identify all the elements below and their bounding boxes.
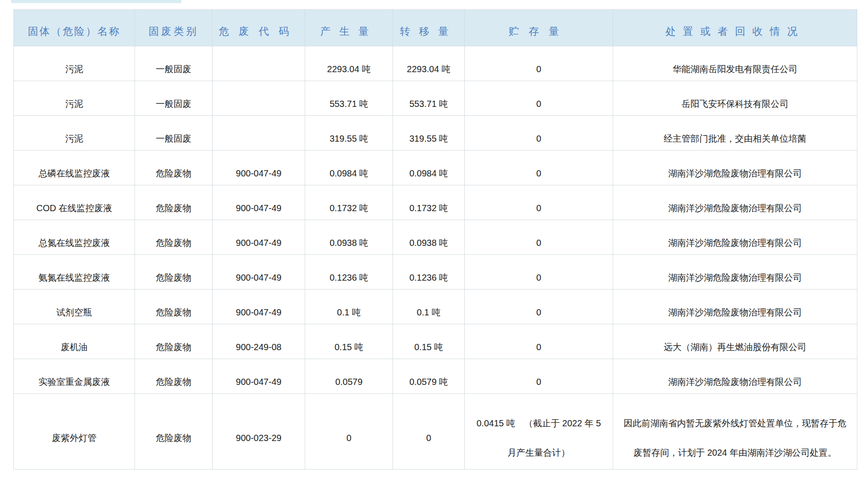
cell-transferred-amount: 0.1 吨 <box>393 290 465 324</box>
cell-waste-category: 危险废物 <box>135 324 213 359</box>
cell-storage-amount: 0 <box>465 255 613 290</box>
cell-storage-amount: 0 <box>465 324 613 359</box>
cell-hazard-code: 900-047-49 <box>213 359 305 394</box>
cell-generated-amount: 553.71 吨 <box>305 81 393 116</box>
table-row: 废机油 危险废物 900-249-08 0.15 吨 0.15 吨 0 远大（湖… <box>14 324 857 359</box>
col-header-waste-category: 固废类别 <box>135 10 213 46</box>
cell-waste-category: 一般固废 <box>135 116 213 151</box>
cell-hazard-code: 900-023-29 <box>213 394 305 470</box>
col-header-transferred-amount: 转移量 <box>393 10 465 46</box>
cell-waste-name: 污泥 <box>14 81 135 116</box>
table-row: 试剂空瓶 危险废物 900-047-49 0.1 吨 0.1 吨 0 湖南洋沙湖… <box>14 290 857 324</box>
cell-hazard-code <box>213 46 305 81</box>
cell-disposal-recycling: 湖南洋沙湖危险废物治理有限公司 <box>613 290 857 324</box>
col-header-storage-amount: 贮存量 <box>465 10 613 46</box>
cell-waste-category: 危险废物 <box>135 185 213 220</box>
cell-hazard-code: 900-047-49 <box>213 255 305 290</box>
cell-disposal-recycling: 湖南洋沙湖危险废物治理有限公司 <box>613 185 857 220</box>
cell-disposal-recycling: 湖南洋沙湖危险废物治理有限公司 <box>613 220 857 255</box>
cell-transferred-amount: 0.0579 吨 <box>393 359 465 394</box>
cell-generated-amount: 0.0579 <box>305 359 393 394</box>
cell-hazard-code: 900-047-49 <box>213 290 305 324</box>
cell-storage-amount: 0 <box>465 81 613 116</box>
cell-transferred-amount: 319.55 吨 <box>393 116 465 151</box>
cell-waste-name: 污泥 <box>14 46 135 81</box>
cell-storage-amount: 0 <box>465 46 613 81</box>
cell-generated-amount: 0.0984 吨 <box>305 151 393 185</box>
col-header-disposal-recycling: 处置或者回收情况 <box>613 10 857 46</box>
cell-storage-amount: 0 <box>465 151 613 185</box>
cell-storage-amount: 0 <box>465 220 613 255</box>
cell-generated-amount: 0.1 吨 <box>305 290 393 324</box>
cell-generated-amount: 0.15 吨 <box>305 324 393 359</box>
cell-waste-category: 一般固废 <box>135 46 213 81</box>
cell-hazard-code: 900-047-49 <box>213 185 305 220</box>
cell-hazard-code: 900-047-49 <box>213 220 305 255</box>
table-row: 废紫外灯管 危险废物 900-023-29 0 0 0.0415 吨 （截止于 … <box>14 394 857 470</box>
waste-disclosure-table: 固体（危险）名称 固废类别 危废代码 产生量 转移量 贮存量 处置或者回收情况 … <box>13 9 857 470</box>
cell-waste-category: 危险废物 <box>135 359 213 394</box>
cell-transferred-amount: 0.0938 吨 <box>393 220 465 255</box>
cell-waste-name: 试剂空瓶 <box>14 290 135 324</box>
cell-waste-category: 危险废物 <box>135 394 213 470</box>
table-row: 总氮在线监控废液 危险废物 900-047-49 0.0938 吨 0.0938… <box>14 220 857 255</box>
cell-generated-amount: 0.0938 吨 <box>305 220 393 255</box>
table-row: 实验室重金属废液 危险废物 900-047-49 0.0579 0.0579 吨… <box>14 359 857 394</box>
top-strip <box>11 0 181 3</box>
table-row: 污泥 一般固废 553.71 吨 553.71 吨 0 岳阳飞安环保科技有限公司 <box>14 81 857 116</box>
table-header: 固体（危险）名称 固废类别 危废代码 产生量 转移量 贮存量 处置或者回收情况 <box>14 10 857 46</box>
cell-storage-amount: 0.0415 吨 （截止于 2022 年 5 月产生量合计） <box>465 394 613 470</box>
cell-waste-name: COD 在线监控废液 <box>14 185 135 220</box>
cell-waste-name: 废机油 <box>14 324 135 359</box>
cell-waste-category: 危险废物 <box>135 220 213 255</box>
table-body: 污泥 一般固废 2293.04 吨 2293.04 吨 0 华能湖南岳阳发电有限… <box>14 46 857 470</box>
header-row: 固体（危险）名称 固废类别 危废代码 产生量 转移量 贮存量 处置或者回收情况 <box>14 10 857 46</box>
cell-storage-amount: 0 <box>465 185 613 220</box>
cell-generated-amount: 0.1732 吨 <box>305 185 393 220</box>
table-row: 污泥 一般固废 319.55 吨 319.55 吨 0 经主管部门批准，交由相关… <box>14 116 857 151</box>
cell-waste-name: 污泥 <box>14 116 135 151</box>
cell-waste-name: 实验室重金属废液 <box>14 359 135 394</box>
cell-waste-name: 总磷在线监控废液 <box>14 151 135 185</box>
cell-waste-category: 一般固废 <box>135 81 213 116</box>
cell-hazard-code: 900-047-49 <box>213 151 305 185</box>
cell-transferred-amount: 553.71 吨 <box>393 81 465 116</box>
cell-generated-amount: 2293.04 吨 <box>305 46 393 81</box>
cell-disposal-recycling: 因此前湖南省内暂无废紫外线灯管处置单位，现暂存于危废暂存间，计划于 2024 年… <box>613 394 857 470</box>
cell-waste-name: 总氮在线监控废液 <box>14 220 135 255</box>
table-row: 总磷在线监控废液 危险废物 900-047-49 0.0984 吨 0.0984… <box>14 151 857 185</box>
col-header-hazard-code: 危废代码 <box>213 10 305 46</box>
cell-generated-amount: 0 <box>305 394 393 470</box>
table-row: COD 在线监控废液 危险废物 900-047-49 0.1732 吨 0.17… <box>14 185 857 220</box>
cell-waste-category: 危险废物 <box>135 290 213 324</box>
cell-waste-category: 危险废物 <box>135 151 213 185</box>
cell-disposal-recycling: 岳阳飞安环保科技有限公司 <box>613 81 857 116</box>
cell-storage-amount: 0 <box>465 290 613 324</box>
cell-hazard-code <box>213 116 305 151</box>
page: 固体（危险）名称 固废类别 危废代码 产生量 转移量 贮存量 处置或者回收情况 … <box>0 0 868 478</box>
table-row: 氨氮在线监控废液 危险废物 900-047-49 0.1236 吨 0.1236… <box>14 255 857 290</box>
cell-transferred-amount: 0.0984 吨 <box>393 151 465 185</box>
cell-transferred-amount: 0.1732 吨 <box>393 185 465 220</box>
cell-transferred-amount: 0.15 吨 <box>393 324 465 359</box>
cell-generated-amount: 319.55 吨 <box>305 116 393 151</box>
cell-waste-category: 危险废物 <box>135 255 213 290</box>
cell-transferred-amount: 0 <box>393 394 465 470</box>
cell-storage-amount: 0 <box>465 359 613 394</box>
cell-waste-name: 氨氮在线监控废液 <box>14 255 135 290</box>
cell-disposal-recycling: 湖南洋沙湖危险废物治理有限公司 <box>613 255 857 290</box>
table-row: 污泥 一般固废 2293.04 吨 2293.04 吨 0 华能湖南岳阳发电有限… <box>14 46 857 81</box>
cell-disposal-recycling: 经主管部门批准，交由相关单位培菌 <box>613 116 857 151</box>
cell-storage-amount: 0 <box>465 116 613 151</box>
cell-transferred-amount: 0.1236 吨 <box>393 255 465 290</box>
cell-disposal-recycling: 远大（湖南）再生燃油股份有限公司 <box>613 324 857 359</box>
col-header-waste-name: 固体（危险）名称 <box>14 10 135 46</box>
cell-disposal-recycling: 湖南洋沙湖危险废物治理有限公司 <box>613 151 857 185</box>
cell-hazard-code <box>213 81 305 116</box>
cell-hazard-code: 900-249-08 <box>213 324 305 359</box>
col-header-generated-amount: 产生量 <box>305 10 393 46</box>
cell-disposal-recycling: 湖南洋沙湖危险废物治理有限公司 <box>613 359 857 394</box>
cell-disposal-recycling: 华能湖南岳阳发电有限责任公司 <box>613 46 857 81</box>
cell-generated-amount: 0.1236 吨 <box>305 255 393 290</box>
cell-waste-name: 废紫外灯管 <box>14 394 135 470</box>
